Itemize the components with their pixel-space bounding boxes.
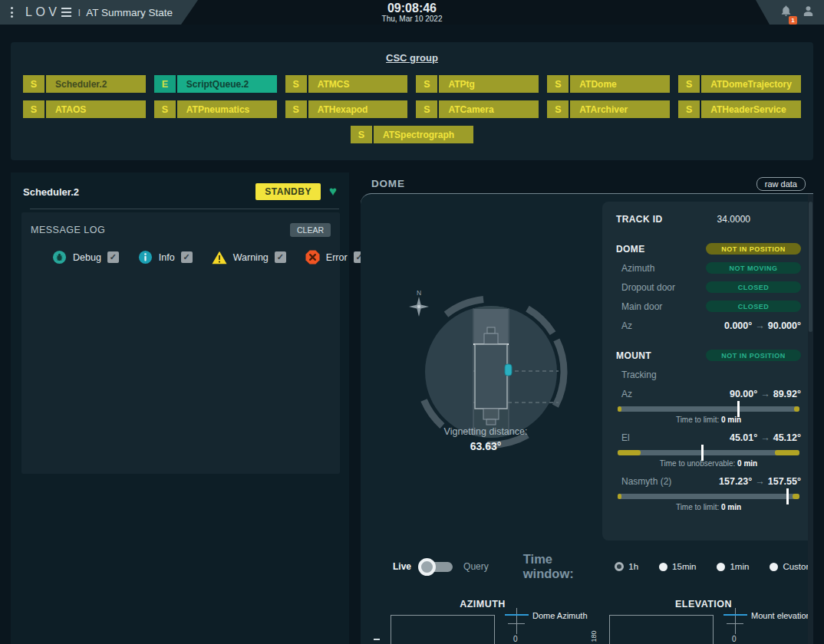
csc-label: ATAOS	[46, 100, 146, 118]
csc-state-letter: S	[285, 75, 308, 93]
clear-button[interactable]: CLEAR	[290, 223, 331, 237]
csc-label: ATPneumatics	[177, 100, 277, 118]
notification-count-badge: 1	[789, 16, 797, 25]
radio-custom[interactable]: Custom	[770, 562, 813, 571]
toggle-knob[interactable]	[418, 558, 436, 576]
page-title: AT Summary State	[86, 7, 173, 18]
vignetting-value: 63.63°	[401, 440, 570, 452]
csc-button-atspectrograph[interactable]: S ATSpectrograph	[351, 126, 473, 143]
dome-az-label: Az	[621, 320, 632, 331]
elevation-axis-tick-fragment: 180	[590, 630, 598, 642]
csc-button-atdome[interactable]: S ATDome	[547, 75, 670, 93]
radio-1h[interactable]: 1h	[615, 562, 638, 571]
radio-15min[interactable]: 15min	[659, 562, 696, 571]
csc-button-atarchiver[interactable]: S ATArchiver	[547, 100, 670, 118]
csc-button-atptg[interactable]: S ATPtg	[416, 75, 539, 93]
arrow-icon: →	[757, 389, 773, 399]
csc-button-scriptqueue2[interactable]: E ScriptQueue.2	[154, 75, 277, 93]
logo-text: LOV	[25, 5, 61, 19]
csc-button-atheaderservice[interactable]: S ATHeaderService	[678, 100, 801, 118]
csc-button-ataos[interactable]: S ATAOS	[23, 100, 146, 118]
warning-icon	[212, 251, 227, 264]
csc-button-atpneumatics[interactable]: S ATPneumatics	[154, 100, 277, 118]
csc-button-scheduler2[interactable]: S Scheduler.2	[23, 75, 146, 93]
nasmyth-caption: Time to limit: 0 min	[616, 503, 801, 511]
dropout-door-label: Dropout door	[621, 282, 675, 293]
legend-crosshair-hline	[508, 623, 525, 624]
dome-section-label: DOME	[616, 244, 645, 255]
dome-panel-scrollbar[interactable]	[808, 194, 813, 644]
notifications-bell-icon[interactable]: 1	[780, 5, 793, 21]
raw-data-button[interactable]: raw data	[756, 177, 806, 191]
kebab-menu-icon[interactable]	[8, 4, 16, 21]
mount-el-slider-marker[interactable]	[701, 445, 704, 461]
scheduler-header: Scheduler.2 STANDBY	[11, 172, 349, 209]
csc-label: ATSpectrograph	[374, 126, 473, 143]
radio-button[interactable]	[615, 562, 624, 571]
live-query-toggle[interactable]	[420, 562, 453, 572]
csc-button-atcamera[interactable]: S ATCamera	[416, 100, 539, 118]
radio-1min[interactable]: 1min	[717, 562, 749, 571]
limit-zone	[618, 450, 641, 455]
mount-el-values: 45.01°→45.12°	[730, 432, 801, 443]
nasmyth-from: 157.23°	[719, 476, 752, 487]
arrow-icon: →	[752, 320, 768, 331]
csc-state-letter: S	[285, 100, 308, 118]
csc-state-letter: E	[154, 75, 177, 93]
csc-button-atmcs[interactable]: S ATMCS	[285, 75, 408, 93]
elevation-chart-plot[interactable]	[609, 615, 714, 644]
azimuth-chart-legend: Dome Azimuth 0	[504, 608, 577, 642]
radio-button[interactable]	[717, 563, 725, 571]
csc-state-letter: S	[23, 75, 46, 93]
radio-button[interactable]	[770, 563, 778, 571]
live-label: Live	[393, 561, 411, 572]
user-icon[interactable]	[802, 5, 815, 21]
csc-label: ATDome	[570, 75, 670, 93]
limit-zone	[793, 494, 799, 499]
azimuth-chart-plot[interactable]	[391, 615, 495, 644]
header-left-tab: LOV I AT Summary State	[0, 0, 198, 25]
dome-top-view	[414, 295, 568, 449]
nasmyth-slider-marker[interactable]	[786, 488, 789, 504]
filter-label: Debug	[73, 252, 101, 263]
scheduler-title: Scheduler.2	[23, 186, 79, 198]
logo-e-bars-icon	[61, 8, 71, 18]
warning-checkbox[interactable]	[275, 251, 286, 263]
radio-label: 1min	[730, 562, 749, 571]
csc-label: ATPtg	[439, 75, 539, 93]
caption-text: Time to limit:	[676, 503, 719, 511]
top-bar: 09:08:46 Thu, Mar 10 2022 LOV I AT Summa…	[0, 0, 824, 25]
debug-bug-icon	[52, 250, 67, 264]
csc-label: Scheduler.2	[46, 75, 146, 93]
csc-label: ATHexapod	[308, 100, 408, 118]
legend-label: Mount elevation	[751, 611, 811, 620]
divider	[30, 209, 339, 209]
elevation-chart-legend: Mount elevation 0	[723, 608, 796, 642]
dome-az-values: 0.000°→90.000°	[724, 320, 801, 331]
csc-state-letter: S	[23, 100, 46, 118]
csc-button-athexapod[interactable]: S ATHexapod	[285, 100, 408, 118]
azimuth-label: Azimuth	[621, 263, 654, 274]
mount-az-slider	[618, 406, 799, 412]
scheduler-state-badge[interactable]: STANDBY	[255, 183, 321, 200]
csc-grid-row3: S ATSpectrograph	[23, 126, 801, 143]
csc-button-atdometrajectory[interactable]: S ATDomeTrajectory	[678, 75, 801, 93]
filter-label: Warning	[233, 252, 269, 263]
limit-zone	[794, 406, 799, 412]
csc-label: ScriptQueue.2	[177, 75, 277, 93]
legend-dome-azimuth-line	[505, 614, 529, 616]
filter-error: Error	[305, 250, 365, 264]
mount-az-slider-marker[interactable]	[737, 401, 740, 417]
scrollbar-thumb[interactable]	[809, 202, 812, 332]
info-checkbox[interactable]	[181, 251, 193, 263]
time-window-options: 1h 15min 1min Custom	[615, 562, 813, 571]
radio-button[interactable]	[659, 563, 667, 571]
csc-group-title[interactable]: CSC group	[23, 52, 801, 64]
scheduler-panel: Scheduler.2 STANDBY MESSAGE LOG CLEAR De…	[11, 172, 349, 644]
caption-text: Time to limit:	[676, 416, 719, 424]
debug-checkbox[interactable]	[107, 251, 119, 263]
nasmyth-values: 157.23°→157.55°	[719, 476, 801, 487]
nasmyth-slider	[618, 494, 799, 499]
arrow-icon: →	[752, 476, 768, 487]
radio-label: 15min	[672, 562, 696, 571]
